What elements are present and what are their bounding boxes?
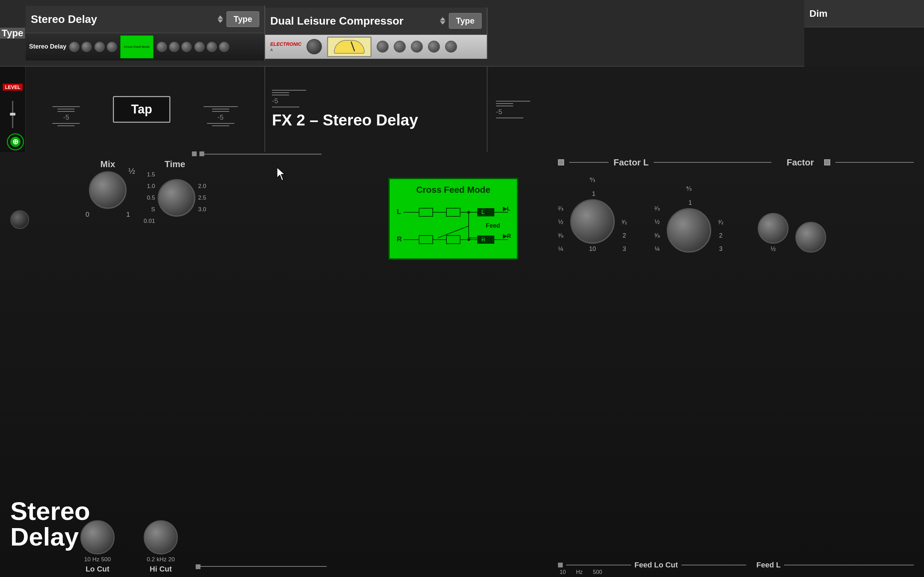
factor-l-knob[interactable] [570,199,615,244]
factor-l-scale-left: ²⁄₃ ½ ³⁄₈ ¼ [558,205,564,253]
factor-l-scale-right: ³⁄₂ 2 3 [622,218,627,253]
fx2-type-button[interactable]: Type [449,13,482,29]
comp-gain-knob[interactable] [307,39,322,54]
fx2-preset-name: Dual Leisure Compressor [270,15,436,27]
factor-l-knob-small[interactable] [157,42,167,52]
factor-r-knob[interactable] [667,208,711,253]
feed-r-knob[interactable] [795,222,826,253]
left-type-button-partial[interactable]: Type [0,28,26,39]
factor-l-checkbox[interactable] [558,159,564,166]
big-stereo-delay-label-container: StereoDelay [10,498,86,550]
comp-output-knob[interactable] [445,41,457,53]
top-bar: Type Stereo Delay Type Stereo Delay [0,0,924,67]
scale-r-3: 3 [718,245,724,253]
level-slider-thumb[interactable] [10,113,15,116]
mix-knob-small[interactable] [69,42,79,52]
compressor-plugin-small: ELECTRONIC A [265,35,487,59]
lo-cut-high: 500 [101,556,111,563]
lo-cut-knob-small[interactable] [81,42,92,52]
feed-lo-cut-checkbox[interactable] [558,562,563,567]
comp-threshold-knob[interactable] [376,41,389,53]
hi-cut-knob-large[interactable] [144,520,178,554]
time-knob-small[interactable] [94,42,105,52]
fx2-arrows[interactable] [440,17,446,24]
fx2-arrow-down-icon[interactable] [440,21,446,24]
lo-cut-label: Lo Cut [86,565,110,574]
factor-r-label: Factor [787,157,814,168]
level-slider-container[interactable] [12,94,13,135]
feed-l-label: Feed L [756,561,781,569]
time-label: Time [165,159,185,169]
mix-section: Mix ½ 0 1 [86,159,130,218]
fx1-arrow-down-icon[interactable] [218,19,223,23]
time-scale-0p5: 0.5 [147,195,155,201]
h-line-3 [58,111,74,112]
knob-4b[interactable] [207,42,217,52]
fx1-type-button[interactable]: Type [226,11,259,27]
feed-knob-small[interactable] [169,42,179,52]
r-hline-1 [496,101,530,102]
left-type-label: Type [2,28,23,39]
fx1-arrow-up-icon[interactable] [218,15,223,19]
knob-4a[interactable] [194,42,205,52]
mix-knob-large[interactable] [89,171,127,209]
time-knob-large[interactable] [158,179,195,217]
scale-r-3-8: ³⁄₈ [654,232,660,239]
factor-l-line-right [654,162,771,163]
green-display-text: Cross Feed Mode [124,45,150,48]
comp-attack-knob[interactable] [411,41,423,53]
plugin-label-small: Stereo Delay [29,43,66,51]
fx2-arrow-up-icon[interactable] [440,17,446,21]
level-slider-track [12,101,13,128]
svg-rect-7 [477,208,494,216]
tap-button[interactable]: Tap [113,96,170,123]
comp-release-knob[interactable] [428,41,440,53]
factor-r-knob-small[interactable] [181,42,192,52]
hi-cut-section: 0.2 kHz 20 Hi Cut [144,520,178,574]
svg-rect-20 [477,235,494,244]
time-scale-2p5: 2.5 [198,195,206,201]
h-line-r4 [207,123,234,124]
fx2-hline-4 [272,106,299,107]
feed-lo-cut-label: Feed Lo Cut [635,561,678,569]
fx2-hline-2 [272,92,289,93]
fx2-sliders: -5 [272,90,306,107]
slider-label-minus5-1: -5 [63,113,69,121]
scale-2: 2 [622,232,627,239]
add-insert-button[interactable]: ⊕ [7,133,24,150]
svg-point-19 [467,238,470,241]
svg-text:R: R [481,237,485,242]
h-line-5 [58,126,74,126]
middle-section: LEVEL -5 Tap - [0,67,924,152]
slider-label-minus5-3: -5 [272,97,306,105]
feed-l-knob[interactable] [758,213,788,244]
factor-l-knob-col: ⁴⁄₃ 1 10 [570,176,615,253]
hi-cut-knob-small[interactable] [107,42,117,52]
lo-cut-knob-large[interactable] [81,520,115,554]
scale-3: 3 [622,245,627,253]
comp-ratio-knob[interactable] [394,41,406,53]
knob-4c[interactable] [219,42,229,52]
h-line-r1 [204,106,238,107]
scale-r-2: 2 [718,232,724,239]
lo-cut-scale: 10 Hz 500 [84,556,111,563]
hi-cut-high: 20 [168,556,175,563]
time-knob-area: 1.5 1.0 0.5 S 0.01 2.0 2.5 3.0 [144,171,206,224]
mix-label: Mix [100,159,115,169]
fx3-partial-panel: Dim [804,0,924,67]
fx2-stereo-delay-text: FX 2 – Stereo Delay [272,111,418,129]
factor-l-scale-top: ⁴⁄₃ 1 [590,176,595,198]
h-line-2 [58,109,74,110]
mix-scale-high: 1 [126,211,130,218]
add-icon: ⊕ [10,137,21,147]
feed-lo-cut-header: Feed Lo Cut Feed L [548,556,924,574]
scale-3-2: ³⁄₂ [622,218,627,226]
fx1-arrows[interactable] [218,15,223,23]
scale-3-8: ³⁄₈ [558,232,564,239]
comp-brand-text: ELECTRONIC [270,41,301,47]
slider-label-minus5-4: -5 [496,108,502,116]
time-scale-right: 2.0 2.5 3.0 [198,183,206,213]
far-left-knob[interactable] [10,210,29,229]
fx1-preset-name: Stereo Delay [31,13,214,26]
factor-r-checkbox[interactable] [824,159,830,166]
